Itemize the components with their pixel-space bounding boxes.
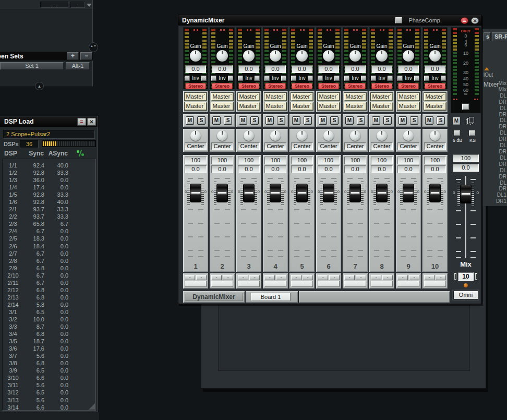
channel-label-field[interactable] bbox=[211, 281, 233, 287]
pan-knob[interactable] bbox=[270, 130, 281, 141]
gain-knob[interactable] bbox=[216, 50, 228, 62]
pan-knob[interactable] bbox=[430, 130, 440, 141]
volume-fader[interactable]: 0 0 bbox=[318, 175, 340, 258]
mute-button[interactable]: M bbox=[186, 116, 194, 125]
output-select-right[interactable]: Masterˋ bbox=[264, 102, 286, 110]
invert-left-button[interactable] bbox=[238, 76, 243, 81]
output-select-left[interactable]: Masterˋ bbox=[185, 93, 207, 101]
6db-button[interactable] bbox=[453, 130, 461, 136]
output-select-left[interactable]: Masterˋ bbox=[291, 93, 313, 101]
output-select-right[interactable]: Masterˋ bbox=[424, 102, 446, 110]
link-left-button[interactable]: - bbox=[397, 275, 408, 280]
solo-button[interactable]: S bbox=[437, 116, 445, 125]
ks-button[interactable] bbox=[468, 130, 476, 136]
dsp-load-titlebar[interactable]: DSP Load = ✕ bbox=[0, 116, 98, 127]
link-right-button[interactable]: - bbox=[436, 275, 446, 280]
mute-button[interactable]: M bbox=[319, 116, 327, 125]
output-select-left[interactable]: Masterˋ bbox=[238, 93, 260, 101]
invert-right-button[interactable] bbox=[281, 76, 286, 81]
gain-value-field[interactable]: 0.0 bbox=[345, 65, 366, 73]
invert-right-button[interactable] bbox=[441, 76, 446, 81]
pan-knob[interactable] bbox=[323, 130, 334, 141]
invert-left-button[interactable] bbox=[291, 76, 296, 81]
channel-label-field[interactable] bbox=[397, 281, 419, 287]
stereo-button[interactable]: Stereo bbox=[318, 83, 339, 89]
output-select-right[interactable]: Masterˋ bbox=[291, 102, 313, 110]
gain-knob[interactable] bbox=[243, 50, 255, 62]
gain-knob[interactable] bbox=[323, 50, 334, 62]
invert-left-button[interactable] bbox=[318, 76, 323, 81]
output-select-left[interactable]: Masterˋ bbox=[344, 93, 366, 101]
volume-fader[interactable]: 0 0 bbox=[238, 175, 260, 258]
stereo-button[interactable]: Stereo bbox=[212, 83, 233, 89]
invert-left-button[interactable] bbox=[424, 76, 429, 81]
volume-fader[interactable]: 0 0 bbox=[211, 175, 233, 258]
link-right-button[interactable]: - bbox=[223, 275, 233, 280]
remove-set-button[interactable]: − bbox=[80, 52, 92, 60]
mute-button[interactable]: M bbox=[372, 116, 380, 125]
stereo-button[interactable]: Stereo bbox=[345, 83, 366, 89]
link-left-button[interactable]: - bbox=[211, 275, 222, 280]
fader-handle[interactable] bbox=[296, 184, 308, 202]
pan-knob[interactable] bbox=[377, 130, 387, 141]
output-select-right[interactable]: Masterˋ bbox=[371, 102, 393, 110]
channel-label-field[interactable] bbox=[424, 281, 446, 287]
link-left-button[interactable]: - bbox=[264, 275, 275, 280]
solo-button[interactable]: S bbox=[250, 116, 259, 125]
invert-left-button[interactable] bbox=[185, 76, 190, 81]
solo-button[interactable]: S bbox=[304, 116, 312, 125]
routing-tab-2[interactable]: SR-RI bbox=[492, 32, 507, 41]
fader-handle[interactable] bbox=[270, 184, 281, 202]
stereo-button[interactable]: Stereo bbox=[425, 83, 445, 89]
fader-handle[interactable] bbox=[190, 184, 201, 202]
gain-knob[interactable] bbox=[296, 50, 308, 62]
link-right-button[interactable]: - bbox=[303, 275, 313, 280]
invert-left-button[interactable] bbox=[397, 76, 403, 81]
solo-button[interactable]: S bbox=[277, 116, 285, 125]
toolbar-field-1[interactable]: - bbox=[40, 2, 68, 8]
mute-button[interactable]: M bbox=[239, 116, 247, 125]
master-fader[interactable]: 0 0 bbox=[453, 176, 479, 259]
pan-value-field[interactable]: Center bbox=[424, 142, 446, 150]
level-value-field[interactable]: 100 bbox=[211, 157, 233, 164]
mute-button[interactable]: M bbox=[399, 116, 407, 125]
pan-value-field[interactable]: Center bbox=[211, 142, 233, 150]
mute-button[interactable]: M bbox=[292, 116, 300, 125]
solo-button[interactable]: S bbox=[410, 116, 418, 125]
link-left-button[interactable]: - bbox=[291, 275, 301, 280]
fader-db-field[interactable]: 0.0 bbox=[211, 165, 233, 173]
solo-button[interactable]: S bbox=[224, 116, 232, 125]
pan-value-field[interactable]: Center bbox=[318, 142, 340, 150]
fader-db-field[interactable]: 0.0 bbox=[371, 165, 393, 173]
resize-grip-icon[interactable] bbox=[89, 403, 95, 410]
link-right-button[interactable]: - bbox=[409, 275, 419, 280]
pan-value-field[interactable]: Center bbox=[371, 142, 393, 150]
pan-value-field[interactable]: Center bbox=[238, 142, 260, 150]
pan-value-field[interactable]: Center bbox=[344, 142, 366, 150]
volume-fader[interactable]: 0 0 bbox=[344, 175, 366, 258]
output-select-right[interactable]: Masterˋ bbox=[318, 102, 340, 110]
collapse-button[interactable]: ▲ bbox=[35, 82, 44, 90]
mixer-titlebar[interactable]: DynamicMixer PhaseComp. ✕ bbox=[178, 15, 481, 26]
toolbar-field-2[interactable]: - bbox=[70, 2, 85, 8]
invert-left-button[interactable] bbox=[371, 76, 376, 81]
output-select-right[interactable]: Masterˋ bbox=[397, 102, 419, 110]
channel-label-field[interactable] bbox=[238, 281, 260, 287]
gain-knob[interactable] bbox=[403, 50, 414, 62]
output-select-right[interactable]: Masterˋ bbox=[211, 102, 233, 110]
fader-handle[interactable] bbox=[243, 184, 255, 202]
invert-right-button[interactable] bbox=[361, 76, 366, 81]
link-left-button[interactable]: - bbox=[318, 275, 328, 280]
fader-handle[interactable] bbox=[376, 184, 388, 202]
link-right-button[interactable]: - bbox=[196, 275, 207, 280]
titlebar-checkbox[interactable] bbox=[395, 17, 402, 23]
invert-right-button[interactable] bbox=[334, 76, 340, 81]
gain-value-field[interactable]: 0.0 bbox=[371, 65, 392, 73]
link-right-button[interactable]: - bbox=[329, 275, 340, 280]
screen-set-1-button[interactable]: Set 1 bbox=[0, 62, 64, 70]
pan-knob[interactable] bbox=[217, 130, 227, 141]
fader-db-field[interactable]: 0.0 bbox=[318, 165, 340, 173]
link-right-button[interactable]: - bbox=[249, 275, 260, 280]
link-left-button[interactable]: - bbox=[238, 275, 248, 280]
link-right-button[interactable]: - bbox=[276, 275, 286, 280]
